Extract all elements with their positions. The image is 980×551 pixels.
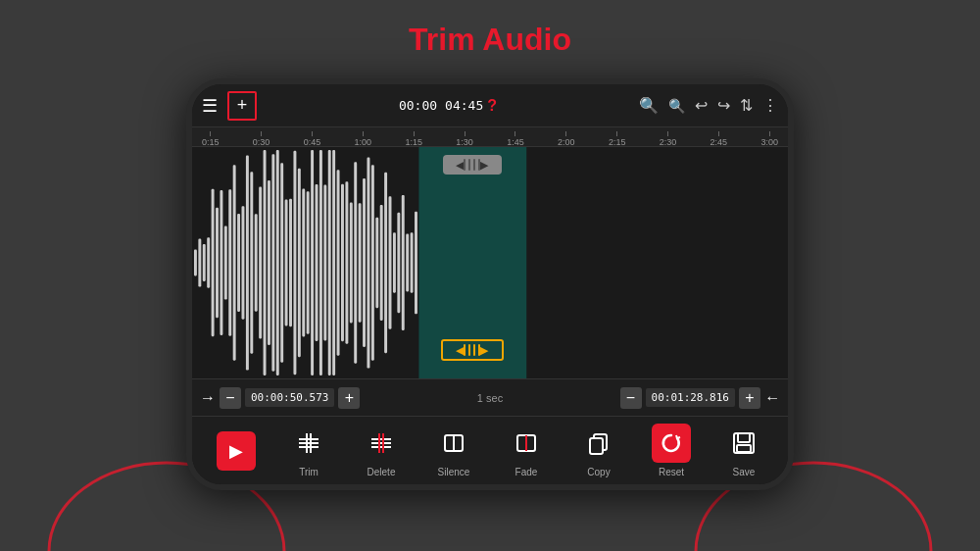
copy-icon	[585, 429, 612, 457]
bottom-handle[interactable]: ◀ ▶	[441, 339, 504, 361]
time-total: 04:45	[445, 98, 483, 113]
svg-rect-18	[250, 172, 253, 354]
svg-rect-22	[268, 180, 270, 345]
silence-label: Silence	[438, 467, 470, 477]
fade-icon	[513, 429, 540, 457]
svg-rect-23	[271, 154, 274, 371]
svg-rect-36	[328, 150, 331, 376]
svg-rect-41	[350, 203, 353, 324]
ruler-mark: 2:30	[660, 131, 677, 147]
svg-rect-15	[237, 214, 240, 312]
ruler-mark: 0:15	[202, 131, 220, 147]
svg-rect-30	[302, 188, 305, 336]
silence-icon	[440, 429, 467, 457]
ruler-mark: 2:00	[558, 131, 575, 147]
svg-rect-40	[345, 181, 348, 343]
trim-button[interactable]: Trim	[284, 424, 333, 477]
svg-rect-48	[380, 205, 383, 321]
ruler-mark: 2:15	[609, 131, 626, 147]
ruler-mark: 1:30	[456, 131, 473, 147]
svg-rect-13	[228, 189, 231, 336]
play-button[interactable]: ▶	[212, 431, 261, 471]
svg-rect-53	[402, 195, 405, 330]
svg-rect-27	[289, 199, 292, 326]
svg-rect-37	[332, 150, 335, 376]
ruler-mark: 1:15	[405, 131, 422, 147]
copy-icon-wrap	[579, 424, 618, 463]
undo-icon[interactable]: ↩	[695, 96, 708, 115]
delete-button[interactable]: Delete	[357, 424, 406, 477]
redo-icon[interactable]: ↪	[717, 96, 730, 115]
ruler-mark: 3:00	[760, 131, 778, 147]
svg-rect-31	[307, 191, 310, 334]
svg-rect-28	[293, 151, 296, 375]
zoom-in-icon[interactable]: 🔍	[639, 96, 659, 115]
top-handle[interactable]: ◀ ▶	[443, 155, 502, 175]
svg-rect-17	[246, 155, 249, 370]
controls-bar: → − 00:00:50.573 + 1 sec − 00:01:28.816 …	[192, 378, 788, 416]
svg-rect-14	[233, 165, 236, 360]
zoom-out-icon[interactable]: 🔍	[668, 98, 685, 114]
right-plus-button[interactable]: +	[739, 387, 760, 409]
silence-icon-wrap	[434, 424, 473, 463]
time-current: 00:00	[399, 98, 437, 113]
svg-rect-42	[354, 162, 357, 363]
trim-icon-wrap	[289, 424, 328, 463]
svg-rect-24	[276, 150, 279, 376]
svg-rect-12	[224, 225, 227, 299]
left-time-display: 00:00:50.573	[245, 388, 334, 407]
svg-rect-43	[359, 203, 362, 323]
save-button[interactable]: Save	[719, 424, 768, 477]
svg-rect-46	[371, 165, 374, 360]
right-minus-button[interactable]: −	[620, 387, 642, 409]
ruler-mark: 0:45	[304, 131, 321, 147]
right-time-display: 00:01:28.816	[646, 388, 735, 407]
unit-label: 1 sec	[364, 392, 615, 404]
save-icon-wrap	[724, 424, 763, 463]
add-button[interactable]: +	[227, 91, 257, 121]
reset-button[interactable]: Reset	[647, 424, 696, 477]
fade-icon-wrap	[507, 424, 546, 463]
top-bar-right: 🔍 🔍 ↩ ↪ ⇅ ⋮	[639, 96, 778, 115]
ruler-mark: 2:45	[710, 131, 728, 147]
svg-rect-4	[526, 147, 788, 378]
reset-label: Reset	[659, 467, 684, 477]
title-red: Audio	[482, 22, 571, 57]
svg-rect-20	[259, 187, 262, 339]
svg-rect-11	[220, 190, 222, 335]
copy-button[interactable]: Copy	[574, 424, 623, 477]
more-icon[interactable]: ⋮	[762, 96, 778, 115]
left-arrow-button[interactable]: →	[200, 389, 216, 407]
svg-rect-8	[207, 237, 210, 287]
svg-rect-32	[311, 150, 314, 376]
trim-icon	[295, 429, 322, 457]
svg-rect-54	[406, 233, 409, 291]
fade-button[interactable]: Fade	[502, 424, 551, 477]
left-minus-button[interactable]: −	[220, 387, 241, 409]
svg-rect-25	[280, 163, 283, 362]
svg-rect-55	[411, 232, 414, 292]
svg-rect-158	[590, 438, 603, 454]
svg-rect-39	[341, 184, 344, 341]
help-icon[interactable]: ?	[487, 97, 497, 115]
silence-button[interactable]: Silence	[429, 424, 478, 477]
svg-rect-50	[389, 196, 392, 328]
svg-rect-10	[216, 208, 219, 318]
left-plus-button[interactable]: +	[338, 387, 360, 409]
top-bar: ☰ + 00:00 04:45 ? 🔍 🔍 ↩ ↪ ⇅ ⋮	[192, 84, 788, 127]
svg-rect-45	[367, 157, 369, 368]
svg-rect-160	[738, 433, 750, 442]
svg-rect-9	[212, 189, 215, 337]
waveform-canvas[interactable]: ◀ ▶ ◀ ▶	[192, 147, 788, 378]
svg-rect-38	[337, 170, 340, 356]
handle-lines	[464, 159, 480, 171]
hamburger-icon[interactable]: ☰	[202, 95, 218, 117]
swap-icon[interactable]: ⇅	[740, 96, 753, 115]
title-white: Trim	[409, 22, 482, 57]
svg-rect-6	[198, 238, 201, 286]
ruler-mark: 1:45	[507, 131, 524, 147]
right-arrow-button[interactable]: →	[764, 389, 780, 407]
svg-rect-33	[316, 184, 318, 341]
reset-icon	[659, 430, 684, 456]
svg-rect-52	[397, 213, 400, 313]
